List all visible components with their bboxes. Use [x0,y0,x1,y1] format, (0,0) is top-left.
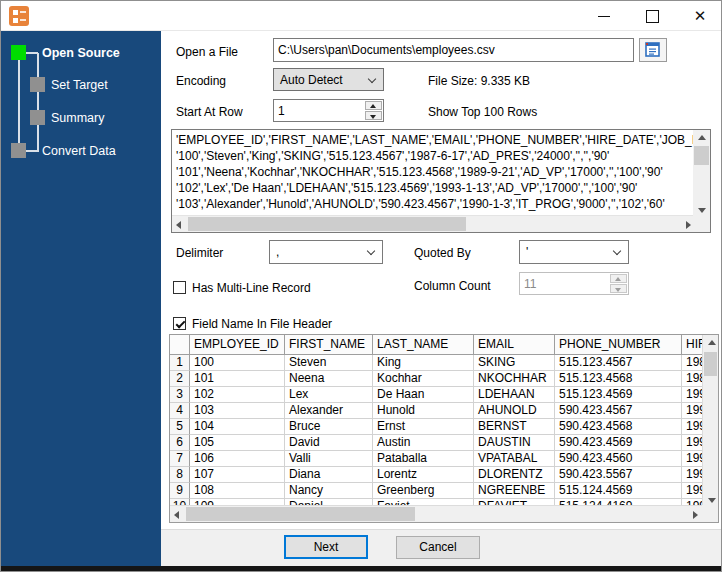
table-cell[interactable]: 590.423.4560 [555,451,682,467]
table-cell[interactable]: 1990 [682,403,702,419]
spin-down-button[interactable] [365,111,382,120]
sidebar-item-open-source[interactable]: Open Source [42,46,120,61]
table-cell[interactable]: 101 [190,371,285,387]
table-cell[interactable]: 107 [190,467,285,483]
encoding-select[interactable]: Auto Detect [273,68,384,91]
table-cell[interactable]: LDEHAAN [474,387,555,403]
table-cell[interactable]: 590.423.5567 [555,467,682,483]
scroll-up-icon[interactable] [693,130,710,145]
table-cell[interactable]: 590.423.4568 [555,419,682,435]
table-cell[interactable]: BERNST [474,419,555,435]
table-cell[interactable]: 108 [190,483,285,499]
table-cell[interactable]: Pataballa [373,451,474,467]
row-number[interactable]: 9 [170,483,190,499]
next-button[interactable]: Next [284,535,368,559]
scroll-up-icon[interactable] [703,335,718,350]
column-header[interactable]: PHONE_NUMBER [555,335,682,355]
scrollbar-thumb[interactable] [694,146,709,165]
table-cell[interactable]: 515.124.4569 [555,483,682,499]
table-cell[interactable]: NGREENBE [474,483,555,499]
table-cell[interactable]: Austin [373,435,474,451]
preview-vertical-scrollbar[interactable] [693,130,710,217]
grid-horizontal-scrollbar[interactable] [170,505,702,522]
table-cell[interactable]: 104 [190,419,285,435]
table-cell[interactable]: Bruce [285,419,373,435]
sidebar-item-convert-data[interactable]: Convert Data [42,144,116,159]
scrollbar-thumb[interactable] [188,217,466,231]
table-cell[interactable]: 102 [190,387,285,403]
delimiter-select[interactable]: , [269,240,383,264]
row-number[interactable]: 3 [170,387,190,403]
row-number[interactable]: 1 [170,355,190,371]
scrollbar-thumb[interactable] [186,507,415,521]
table-cell[interactable]: VPATABAL [474,451,555,467]
table-cell[interactable]: Neena [285,371,373,387]
scrollbar-thumb[interactable] [704,352,717,376]
table-cell[interactable]: Hunold [373,403,474,419]
start-at-row-spinner[interactable] [273,99,384,122]
scroll-left-icon[interactable] [172,216,187,232]
table-cell[interactable]: 515.123.4567 [555,355,682,371]
table-cell[interactable]: 1998 [682,451,702,467]
minimize-button[interactable] [587,1,621,31]
row-number[interactable]: 7 [170,451,190,467]
table-cell[interactable]: DLORENTZ [474,467,555,483]
table-cell[interactable]: 100 [190,355,285,371]
spin-up-button[interactable] [365,101,382,110]
table-cell[interactable]: 1987 [682,355,702,371]
browse-file-button[interactable] [639,38,667,62]
table-cell[interactable]: Nancy [285,483,373,499]
preview-horizontal-scrollbar[interactable] [172,215,695,232]
multiline-record-checkbox[interactable] [173,281,186,294]
column-header[interactable]: EMPLOYEE_ID [190,335,285,355]
table-cell[interactable]: 103 [190,403,285,419]
file-path-input[interactable] [273,38,634,62]
table-cell[interactable]: Lex [285,387,373,403]
multiline-record-label[interactable]: Has Multi-Line Record [192,281,311,295]
quoted-by-select[interactable]: ' [519,240,629,264]
table-cell[interactable]: 106 [190,451,285,467]
row-number[interactable]: 5 [170,419,190,435]
start-at-row-input[interactable] [274,100,363,121]
sidebar-item-summary[interactable]: Summary [51,111,104,126]
table-cell[interactable]: King [373,355,474,371]
table-cell[interactable]: De Haan [373,387,474,403]
table-cell[interactable]: NKOCHHAR [474,371,555,387]
table-cell[interactable]: AHUNOLD [474,403,555,419]
row-number[interactable]: 2 [170,371,190,387]
raw-preview-box[interactable]: 'EMPLOYEE_ID','FIRST_NAME','LAST_NAME','… [171,129,711,233]
column-header[interactable]: EMAIL [474,335,555,355]
table-cell[interactable]: 1994 [682,483,702,499]
table-cell[interactable]: 590.423.4569 [555,435,682,451]
column-header[interactable]: HIRE_DATE [682,335,704,355]
table-cell[interactable]: Lorentz [373,467,474,483]
table-cell[interactable]: David [285,435,373,451]
table-cell[interactable]: Ernst [373,419,474,435]
table-cell[interactable]: DAUSTIN [474,435,555,451]
table-cell[interactable]: Valli [285,451,373,467]
table-cell[interactable]: 1989 [682,371,702,387]
table-cell[interactable]: 1993 [682,387,702,403]
grid-vertical-scrollbar[interactable] [702,335,718,507]
table-cell[interactable]: 1991 [682,419,702,435]
scroll-right-icon[interactable] [687,506,702,522]
table-cell[interactable]: 1997 [682,435,702,451]
cancel-button[interactable]: Cancel [396,536,480,559]
column-header[interactable]: LAST_NAME [373,335,474,355]
table-cell[interactable]: Greenberg [373,483,474,499]
table-cell[interactable]: 105 [190,435,285,451]
table-cell[interactable]: Alexander [285,403,373,419]
table-cell[interactable]: Steven [285,355,373,371]
row-number[interactable]: 6 [170,435,190,451]
table-cell[interactable]: 1999 [682,467,702,483]
column-header[interactable]: FIRST_NAME [285,335,373,355]
table-cell[interactable]: SKING [474,355,555,371]
table-cell[interactable]: 515.123.4569 [555,387,682,403]
table-cell[interactable]: Kochhar [373,371,474,387]
maximize-button[interactable] [635,1,669,31]
table-cell[interactable]: 515.123.4568 [555,371,682,387]
table-cell[interactable]: 590.423.4567 [555,403,682,419]
table-cell[interactable]: Diana [285,467,373,483]
field-name-header-label[interactable]: Field Name In File Header [192,317,332,331]
field-name-header-checkbox[interactable] [173,317,186,330]
